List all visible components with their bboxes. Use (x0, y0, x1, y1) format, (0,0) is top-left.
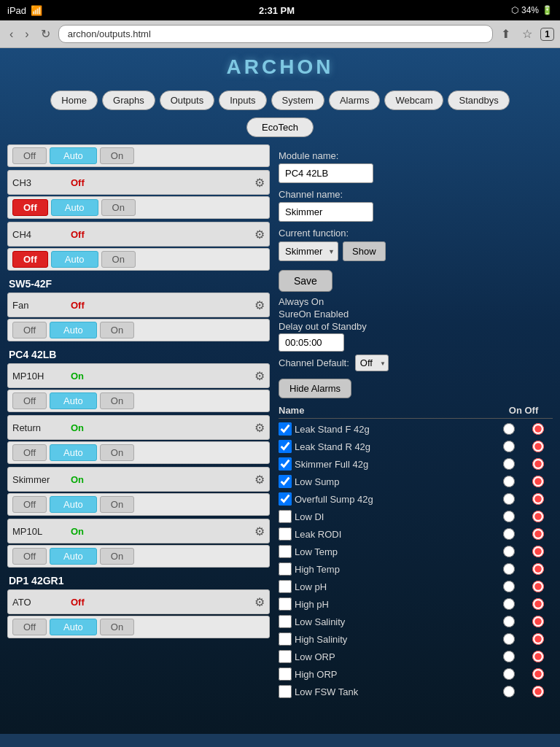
alarm-on-skimmer-full[interactable] (503, 458, 515, 470)
ctrl-on-mp10h[interactable]: On (100, 392, 134, 409)
alarm-check-low-orp[interactable] (279, 650, 292, 663)
alarm-check-low-temp[interactable] (279, 545, 292, 558)
ctrl-on-ato[interactable]: On (100, 619, 134, 635)
ctrl-on-mp10l[interactable]: On (100, 548, 134, 565)
function-dropdown[interactable]: Skimmer (279, 241, 338, 261)
nav-outputs[interactable]: Outputs (160, 90, 215, 110)
gear-icon-return[interactable]: ⚙ (254, 421, 265, 435)
ctrl-auto-return[interactable]: Auto (50, 444, 97, 461)
back-button[interactable]: ‹ (6, 26, 17, 42)
forward-button[interactable]: › (21, 26, 32, 42)
alarm-on-low-salinity[interactable] (503, 616, 515, 627)
ctrl-auto-ato[interactable]: Auto (50, 619, 97, 635)
ctrl-auto-skimmer[interactable]: Auto (50, 496, 97, 513)
nav-inputs[interactable]: Inputs (219, 90, 266, 110)
alarm-check-high-salinity[interactable] (279, 632, 292, 646)
ctrl-auto-ch3[interactable]: Auto (51, 199, 98, 216)
show-button[interactable]: Show (343, 241, 386, 261)
alarm-off-high-salinity[interactable] (532, 633, 544, 645)
alarm-on-low-sump[interactable] (503, 476, 515, 487)
ctrl-auto-mp10l[interactable]: Auto (50, 548, 97, 565)
gear-icon-ato[interactable]: ⚙ (254, 595, 265, 609)
ctrl-auto-fan[interactable]: Auto (50, 322, 97, 338)
alarm-check-overfull-sump[interactable] (279, 492, 292, 506)
bookmark-button[interactable]: ☆ (518, 26, 536, 42)
nav-alarms[interactable]: Alarms (329, 90, 380, 110)
ctrl-off-return[interactable]: Off (12, 444, 47, 461)
alarm-check-low-salinity[interactable] (279, 615, 292, 628)
alarm-off-leak-rodi[interactable] (532, 528, 544, 540)
ctrl-off-fan[interactable]: Off (12, 322, 47, 338)
alarm-off-high-temp[interactable] (532, 563, 544, 575)
save-button[interactable]: Save (279, 270, 332, 292)
alarm-on-low-di[interactable] (503, 511, 515, 522)
alarm-off-low-di[interactable] (532, 511, 544, 522)
alarm-on-leak-stand-r[interactable] (503, 441, 515, 452)
alarm-off-overfull-sump[interactable] (532, 493, 544, 505)
nav-standbys[interactable]: Standbys (448, 90, 509, 110)
ctrl-on-skimmer[interactable]: On (100, 496, 134, 513)
ctrl-on-fan[interactable]: On (100, 322, 134, 338)
alarm-check-high-ph[interactable] (279, 597, 292, 611)
nav-home[interactable]: Home (50, 90, 98, 110)
alarm-check-low-sump[interactable] (279, 475, 292, 488)
nav-graphs[interactable]: Graphs (102, 90, 155, 110)
alarm-check-skimmer-full[interactable] (279, 457, 292, 471)
ctrl-on-return[interactable]: On (100, 444, 134, 461)
alarm-off-low-sump[interactable] (532, 476, 544, 487)
alarm-check-low-di[interactable] (279, 510, 292, 523)
gear-icon-ch3[interactable]: ⚙ (254, 176, 265, 190)
alarm-on-low-orp[interactable] (503, 651, 515, 662)
alarm-on-high-temp[interactable] (503, 563, 515, 575)
alarm-on-high-ph[interactable] (503, 598, 515, 610)
alarm-off-low-fsw-tank[interactable] (532, 686, 544, 697)
alarm-on-low-temp[interactable] (503, 546, 515, 557)
ctrl-auto-btn[interactable]: Auto (50, 147, 97, 164)
reload-button[interactable]: ↻ (37, 26, 54, 42)
alarm-on-low-fsw-tank[interactable] (503, 686, 515, 697)
alarm-check-low-fsw-tank[interactable] (279, 685, 292, 698)
gear-icon-mp10h[interactable]: ⚙ (254, 369, 265, 383)
gear-icon-mp10l[interactable]: ⚙ (254, 525, 265, 538)
gear-icon-ch4[interactable]: ⚙ (254, 228, 265, 241)
alarm-off-leak-stand-f[interactable] (532, 423, 544, 435)
hide-alarms-button[interactable]: Hide Alarms (279, 379, 351, 398)
ctrl-off-skimmer[interactable]: Off (12, 496, 47, 513)
gear-icon-fan[interactable]: ⚙ (254, 298, 265, 312)
alarm-off-low-ph[interactable] (532, 581, 544, 592)
alarm-off-skimmer-full[interactable] (532, 458, 544, 470)
alarm-check-low-ph[interactable] (279, 580, 292, 593)
alarm-off-leak-stand-r[interactable] (532, 441, 544, 452)
module-name-input[interactable] (279, 163, 373, 183)
alarm-off-low-temp[interactable] (532, 546, 544, 557)
nav-ecotech[interactable]: EcoTech (246, 117, 314, 137)
ctrl-off-btn[interactable]: Off (12, 147, 47, 164)
alarm-on-leak-rodi[interactable] (503, 528, 515, 540)
gear-icon-skimmer[interactable]: ⚙ (254, 473, 265, 487)
delay-value-input[interactable] (279, 333, 344, 352)
ctrl-off-mp10l[interactable]: Off (12, 548, 47, 565)
ctrl-off-ato[interactable]: Off (12, 619, 47, 635)
ctrl-off-red-ch4[interactable]: Off (12, 251, 48, 268)
channel-name-input[interactable] (279, 202, 373, 222)
alarm-off-low-orp[interactable] (532, 651, 544, 662)
alarm-check-leak-rodi[interactable] (279, 527, 292, 541)
alarm-off-high-orp[interactable] (532, 668, 544, 680)
tab-count[interactable]: 1 (540, 28, 554, 41)
nav-webcam[interactable]: Webcam (384, 90, 443, 110)
nav-system[interactable]: System (271, 90, 324, 110)
alarm-check-high-orp[interactable] (279, 667, 292, 681)
alarm-off-high-ph[interactable] (532, 598, 544, 610)
alarm-off-low-salinity[interactable] (532, 616, 544, 627)
share-button[interactable]: ⬆ (497, 26, 514, 42)
ctrl-on-ch3[interactable]: On (101, 199, 136, 216)
default-select[interactable]: Off (355, 355, 389, 371)
alarm-check-high-temp[interactable] (279, 562, 292, 576)
alarm-on-overfull-sump[interactable] (503, 493, 515, 505)
alarm-on-leak-stand-f[interactable] (503, 423, 515, 435)
ctrl-on-btn[interactable]: On (100, 147, 134, 164)
url-bar[interactable] (58, 25, 494, 43)
ctrl-off-mp10h[interactable]: Off (12, 392, 47, 409)
alarm-on-low-ph[interactable] (503, 581, 515, 592)
ctrl-on-ch4[interactable]: On (101, 251, 136, 268)
